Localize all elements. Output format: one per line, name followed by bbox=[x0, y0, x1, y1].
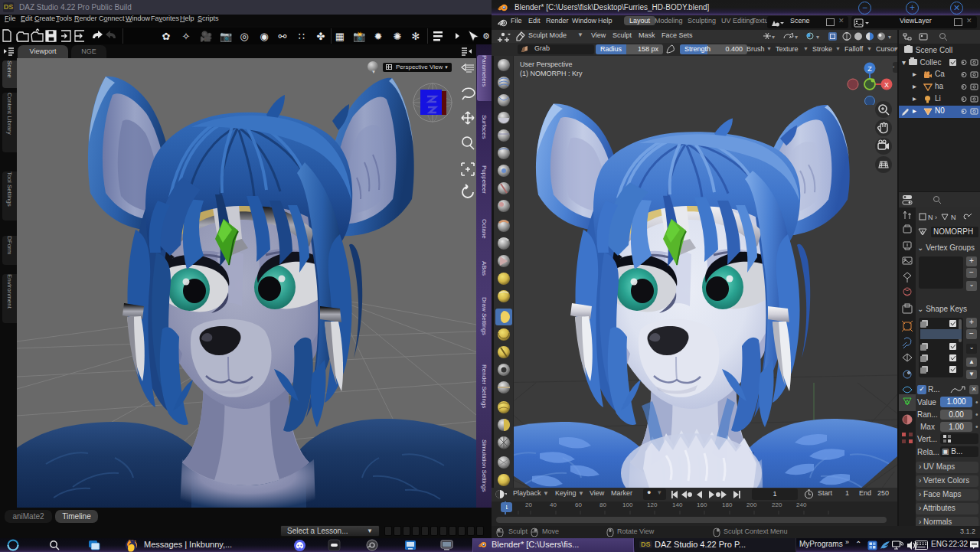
svg-text:📸: 📸 bbox=[353, 30, 366, 43]
svg-text:∷: ∷ bbox=[299, 31, 305, 42]
svg-text:▦: ▦ bbox=[335, 31, 345, 42]
svg-text:N ›: N › bbox=[928, 214, 937, 221]
svg-text:✹: ✹ bbox=[374, 31, 383, 42]
svg-text:🎥: 🎥 bbox=[200, 30, 213, 43]
svg-text:✤: ✤ bbox=[317, 31, 325, 42]
svg-text:X: X bbox=[884, 81, 889, 89]
svg-text:▾: ▾ bbox=[816, 34, 819, 41]
svg-text:Z: Z bbox=[867, 65, 872, 73]
svg-text:▾: ▾ bbox=[795, 34, 798, 41]
svg-text:⚙: ⚙ bbox=[482, 31, 490, 41]
svg-text:⚯: ⚯ bbox=[279, 31, 287, 42]
svg-text:✧: ✧ bbox=[182, 31, 191, 42]
svg-text:N: N bbox=[951, 214, 956, 221]
svg-text:✺: ✺ bbox=[394, 31, 402, 42]
svg-text:◎: ◎ bbox=[240, 31, 248, 42]
svg-text:✿: ✿ bbox=[162, 31, 171, 42]
svg-text:📷: 📷 bbox=[220, 30, 233, 43]
svg-text:▾: ▾ bbox=[772, 34, 775, 41]
svg-text:◉: ◉ bbox=[260, 31, 268, 42]
svg-text:✻: ✻ bbox=[412, 31, 420, 42]
svg-text:▾: ▾ bbox=[888, 34, 891, 41]
